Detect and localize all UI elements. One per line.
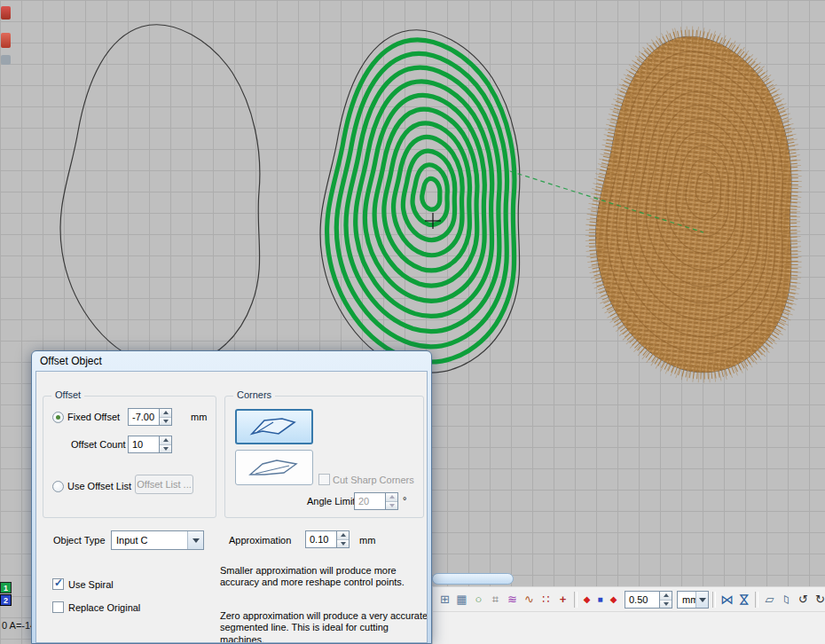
stitch-width-field[interactable]: 0.50 [625, 591, 660, 609]
stitched-shape[interactable] [596, 36, 791, 372]
fixed-offset-label: Fixed Offset [67, 412, 120, 422]
use-spiral-label: Use Spiral [68, 579, 114, 590]
replace-original-label: Replace Original [68, 602, 140, 613]
sharp-corner-preview-icon [247, 414, 302, 439]
angle-limit-spin-up-button[interactable] [386, 493, 397, 502]
outline-shape[interactable] [60, 25, 260, 367]
approximation-info-text-1: Smaller approximation will produce more … [220, 565, 428, 589]
object-type-dropdown-button[interactable] [187, 531, 203, 549]
approximation-stepper: 0.10 [305, 530, 350, 548]
end-marker-icon[interactable]: ◆ [608, 591, 619, 609]
rotate-ccw-icon[interactable]: ↺ [796, 591, 811, 609]
palette-color-2[interactable]: 2 [0, 594, 12, 606]
ruler-icon[interactable]: ⌗ [488, 591, 503, 609]
grid-icon[interactable]: ⊞ [437, 591, 452, 609]
corners-group: Corners Cut Sharp Corners Angle Limit [224, 396, 424, 518]
crosshair-cursor [425, 213, 441, 229]
angle-limit-label: Angle Limit [307, 496, 355, 507]
width-spin-down-button[interactable] [660, 601, 672, 609]
hoop-icon[interactable]: ○ [471, 591, 486, 609]
bottom-toolbar: ⊞ ▦ ○ ⌗ ≋ ∿ ∷ + ◆ ■ ◆ 0.50 mm [432, 586, 825, 644]
fixed-offset-field[interactable]: -7.00 [128, 408, 160, 426]
use-spiral-checkbox[interactable] [52, 578, 64, 590]
overlap-icon[interactable]: ▦ [454, 591, 469, 609]
needle-point-icon[interactable]: ∷ [538, 591, 554, 609]
offset-list-button[interactable]: Offset List ... [135, 475, 193, 494]
offset-count-label: Offset Count [71, 439, 126, 450]
offset-object-dialog: Offset Object Offset Fixed Offset -7.00 … [31, 350, 432, 644]
width-spin-up-button[interactable] [660, 592, 672, 601]
connector-view-icon[interactable]: ∿ [522, 591, 537, 609]
rotate-cw-icon[interactable]: ↻ [813, 591, 825, 609]
corner-style-sharp-button[interactable] [235, 409, 313, 444]
corner-style-bevel-button[interactable] [235, 450, 313, 485]
offset-count-spin-up-button[interactable] [160, 436, 171, 445]
mirror-vertical-icon[interactable]: ⋈ [735, 593, 753, 608]
color-palette: 1 2 [0, 582, 12, 607]
cut-sharp-corners-checkbox[interactable] [318, 474, 330, 485]
corners-group-label: Corners [233, 389, 275, 400]
object-type-dropdown[interactable]: Input C [111, 530, 204, 550]
offset-count-spin-down-button[interactable] [160, 445, 171, 453]
current-color-icon[interactable]: ■ [594, 591, 606, 609]
offset-group: Offset Fixed Offset -7.00 mm Offset Coun… [43, 396, 216, 518]
unit-dropdown-button[interactable] [695, 592, 708, 608]
fixed-offset-radio[interactable] [52, 412, 64, 423]
left-tool-icon-3[interactable] [1, 55, 11, 65]
tie-off-icon[interactable]: + [555, 591, 570, 609]
angle-limit-stepper: 20 [354, 492, 398, 510]
toolbar-separator [712, 592, 716, 608]
angle-limit-spin-down-button[interactable] [386, 502, 397, 510]
offset-count-field[interactable]: 10 [128, 436, 160, 453]
left-tool-icon-1[interactable] [1, 6, 11, 20]
use-offset-list-label: Use Offset List [67, 481, 131, 491]
stitch-width-stepper: 0.50 [625, 591, 672, 609]
toolbar-separator [574, 592, 578, 608]
approximation-spin-down-button[interactable] [337, 540, 349, 548]
skew-vertical-icon[interactable]: ▱ [778, 593, 796, 608]
toolbar-separator [755, 592, 758, 608]
offset-count-stepper: 10 [128, 436, 172, 453]
chevron-down-icon [192, 538, 200, 543]
object-type-label: Object Type [53, 535, 106, 546]
toolbar-divider [433, 611, 825, 612]
offset-group-label: Offset [51, 389, 84, 400]
fixed-offset-spin-up-button[interactable] [160, 409, 171, 418]
start-marker-icon[interactable]: ◆ [581, 591, 593, 609]
bevel-corner-preview-icon [247, 455, 302, 480]
angle-limit-field[interactable]: 20 [354, 492, 386, 510]
dialog-client-area: Offset Fixed Offset -7.00 mm Offset Coun… [35, 371, 428, 643]
cut-sharp-corners-label: Cut Sharp Corners [333, 475, 414, 485]
approximation-label: Approximation [229, 535, 291, 546]
stitch-view-icon[interactable]: ≋ [505, 591, 520, 609]
replace-original-checkbox[interactable] [52, 601, 64, 613]
fixed-offset-stepper: -7.00 [128, 408, 172, 426]
spiral-offset-preview[interactable] [327, 40, 515, 362]
chevron-down-icon [699, 598, 706, 602]
use-offset-list-radio[interactable] [52, 481, 64, 492]
approximation-spin-up-button[interactable] [337, 531, 349, 540]
approximation-unit-label: mm [359, 535, 375, 546]
approximation-info-text-2: Zero approximation will produce a very a… [220, 610, 428, 643]
approximation-field[interactable]: 0.10 [305, 530, 337, 548]
object-type-value: Input C [116, 535, 147, 546]
angle-limit-unit-label: ° [403, 495, 406, 506]
horizontal-scrollbar-thumb[interactable] [432, 573, 514, 585]
application-window: 1 2 0 A=-14 ⊞ ▦ ○ ⌗ ≋ ∿ ∷ + ◆ ■ ◆ 0.50 [0, 0, 825, 644]
palette-color-1[interactable]: 1 [0, 582, 12, 593]
left-tool-icon-2[interactable] [1, 33, 11, 48]
mirror-horizontal-icon[interactable]: ⋈ [719, 591, 735, 609]
unit-dropdown[interactable]: mm [677, 591, 709, 609]
dialog-title-bar[interactable]: Offset Object [32, 351, 431, 371]
fixed-offset-unit-label: mm [191, 412, 207, 422]
skew-horizontal-icon[interactable]: ▱ [762, 591, 777, 609]
fixed-offset-spin-down-button[interactable] [160, 418, 171, 426]
